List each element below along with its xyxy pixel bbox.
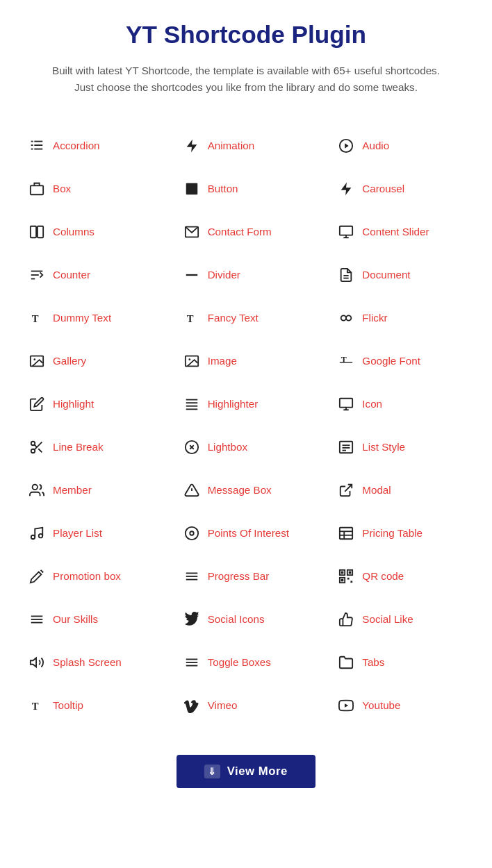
shortcode-label-accordion: Accordion (53, 140, 100, 151)
columns-icon (28, 223, 46, 241)
shortcode-item-member[interactable]: Member (14, 469, 169, 512)
shortcode-item-dummy-text[interactable]: TDummy Text (14, 297, 169, 340)
shortcode-item-divider[interactable]: Divider (169, 253, 324, 297)
shortcode-item-list-style[interactable]: List Style (323, 426, 478, 469)
shortcode-item-progress-bar[interactable]: Progress Bar (169, 555, 324, 598)
svg-point-29 (33, 358, 35, 360)
bars-flag-icon (183, 395, 201, 413)
shortcode-item-tooltip[interactable]: TTooltip (14, 684, 169, 727)
bullhorn-icon (28, 653, 46, 671)
shortcode-item-image[interactable]: Image (169, 340, 324, 383)
shortcode-item-pricing-table[interactable]: Pricing Table (323, 512, 478, 555)
shortcode-item-lightbox[interactable]: Lightbox (169, 426, 324, 469)
shortcode-item-button[interactable]: Button (169, 167, 324, 210)
shortcode-item-counter[interactable]: Counter (14, 253, 169, 297)
shortcode-item-message-box[interactable]: Message Box (169, 469, 324, 512)
shortcode-item-box[interactable]: Box (14, 167, 169, 210)
table-icon (337, 524, 355, 542)
minus-icon (183, 266, 201, 284)
svg-rect-13 (38, 226, 43, 237)
shortcode-item-gallery[interactable]: Gallery (14, 340, 169, 383)
shortcode-item-youtube[interactable]: Youtube (323, 684, 478, 727)
shortcode-item-player-list[interactable]: Player List (14, 512, 169, 555)
shortcode-label-button: Button (208, 183, 238, 194)
svg-point-42 (31, 449, 35, 453)
shortcode-item-contact-form[interactable]: Contact Form (169, 210, 324, 253)
svg-rect-76 (351, 581, 353, 583)
bolt-icon (337, 180, 355, 198)
svg-line-65 (41, 569, 44, 572)
svg-text:T: T (186, 312, 193, 324)
shortcode-label-modal: Modal (362, 484, 391, 496)
svg-rect-9 (31, 185, 43, 194)
shortcode-label-member: Member (53, 484, 92, 496)
shortcode-label-tabs: Tabs (362, 656, 384, 668)
box-icon (28, 180, 46, 198)
shortcode-item-promotion-box[interactable]: Promotion box (14, 555, 169, 598)
svg-point-57 (31, 535, 35, 539)
shortcode-label-flickr: Flickr (362, 312, 387, 324)
square-icon (183, 180, 201, 198)
view-more-button[interactable]: ⇓ View More (177, 755, 315, 788)
file-icon (337, 266, 355, 284)
shortcode-item-social-like[interactable]: Social Like (323, 598, 478, 641)
desktop-icon (337, 395, 355, 413)
shortcode-item-flickr[interactable]: Flickr (323, 297, 478, 340)
shortcode-item-qr-code[interactable]: QR code (323, 555, 478, 598)
shortcode-item-highlighter[interactable]: Highlighter (169, 383, 324, 426)
shortcode-item-accordion[interactable]: Accordion (14, 124, 169, 167)
page-title: YT Shortcode Plugin (14, 21, 478, 49)
edit-icon (28, 395, 46, 413)
shortcode-label-gallery: Gallery (53, 355, 86, 367)
shortcode-label-player-list: Player List (53, 527, 102, 539)
shortcode-item-our-skills[interactable]: Our Skills (14, 598, 169, 641)
svg-marker-85 (345, 703, 348, 708)
target-icon (183, 524, 201, 542)
shortcode-item-splash-screen[interactable]: Splash Screen (14, 641, 169, 684)
shortcode-item-points-of-interest[interactable]: Points Of Interest (169, 512, 324, 555)
shortcode-label-pricing-table: Pricing Table (362, 527, 423, 539)
shortcode-label-tooltip: Tooltip (53, 699, 83, 711)
shortcode-label-google-font: Google Font (362, 355, 420, 367)
bars-icon (183, 567, 201, 585)
svg-rect-74 (341, 578, 344, 581)
svg-rect-12 (31, 226, 36, 237)
shortcode-item-columns[interactable]: Columns (14, 210, 169, 253)
shortcode-item-audio[interactable]: Audio (323, 124, 478, 167)
desktop-icon (337, 223, 355, 241)
svg-marker-80 (31, 658, 36, 667)
shortcode-label-social-like: Social Like (362, 613, 413, 625)
shortcode-item-fancy-text[interactable]: TFancy Text (169, 297, 324, 340)
shortcode-item-modal[interactable]: Modal (323, 469, 478, 512)
shortcode-item-social-icons[interactable]: Social Icons (169, 598, 324, 641)
image-icon (183, 352, 201, 370)
scissors-icon (28, 438, 46, 456)
shortcode-item-animation[interactable]: Animation (169, 124, 324, 167)
download-icon: ⇓ (204, 765, 220, 778)
shortcode-item-highlight[interactable]: Highlight (14, 383, 169, 426)
svg-text:T: T (341, 354, 347, 364)
shortcode-label-progress-bar: Progress Bar (208, 570, 270, 582)
svg-line-45 (34, 444, 37, 447)
shortcode-item-vimeo[interactable]: Vimeo (169, 684, 324, 727)
shortcode-label-lightbox: Lightbox (208, 441, 247, 453)
shortcode-item-content-slider[interactable]: Content Slider (323, 210, 478, 253)
view-more-label: View More (227, 765, 288, 778)
shortcode-label-qr-code: QR code (362, 570, 404, 582)
bolt-icon (183, 137, 201, 155)
shortcode-item-carousel[interactable]: Carousel (323, 167, 478, 210)
shortcode-item-toggle-boxes[interactable]: Toggle Boxes (169, 641, 324, 684)
shortcode-item-icon[interactable]: Icon (323, 383, 478, 426)
shortcode-item-tabs[interactable]: Tabs (323, 641, 478, 684)
shortcode-label-message-box: Message Box (208, 484, 272, 496)
text-icon: T (183, 309, 201, 327)
svg-rect-1 (34, 140, 42, 142)
shortcode-item-line-break[interactable]: Line Break (14, 426, 169, 469)
svg-text:T: T (32, 700, 39, 711)
svg-point-60 (190, 531, 194, 535)
shortcode-item-document[interactable]: Document (323, 253, 478, 297)
sort-icon (28, 266, 46, 284)
shortcode-item-google-font[interactable]: TGoogle Font (323, 340, 478, 383)
svg-point-41 (31, 441, 35, 445)
svg-line-56 (345, 484, 352, 491)
